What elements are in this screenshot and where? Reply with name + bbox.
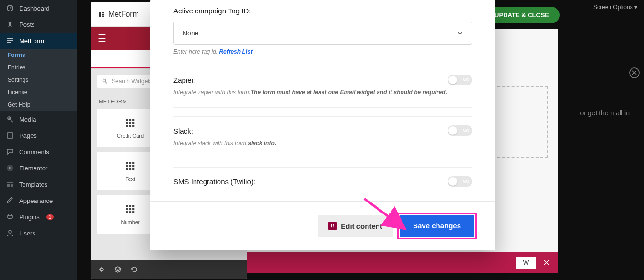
sidebar-item-dashboard[interactable]: Dashboard <box>0 0 77 16</box>
widget-label: Number <box>121 219 139 225</box>
plugin-icon <box>6 213 14 221</box>
sidebar-subitem-forms[interactable]: Forms <box>0 49 77 61</box>
svg-rect-51 <box>333 225 334 226</box>
toggle-knob <box>448 76 457 84</box>
grid-icon <box>125 204 136 214</box>
svg-rect-12 <box>7 184 10 187</box>
svg-rect-41 <box>126 208 128 210</box>
sidebar-item-plugins[interactable]: Plugins 1 <box>0 209 77 225</box>
svg-rect-10 <box>10 169 12 170</box>
bottom-btn[interactable]: W <box>516 257 536 269</box>
sidebar-item-label: Plugins <box>19 213 40 221</box>
svg-rect-52 <box>333 227 334 228</box>
zapier-desc: Integrate zapier with this form.The form… <box>173 89 472 102</box>
svg-rect-39 <box>129 205 131 207</box>
slack-toggle[interactable]: NO <box>448 125 472 136</box>
sidebar-item-label: Dashboard <box>19 5 50 12</box>
zapier-desc-b: The form must have at least one Email wi… <box>251 89 447 96</box>
svg-rect-3 <box>7 42 11 43</box>
svg-rect-9 <box>10 168 12 168</box>
layers-icon[interactable] <box>114 266 122 273</box>
svg-rect-45 <box>129 211 131 213</box>
tag-id-select[interactable]: None <box>173 22 472 45</box>
close-icon[interactable]: ✕ <box>543 258 550 268</box>
screen-options-link[interactable]: Screen Options ▾ <box>593 4 637 11</box>
sidebar-subitem-entries[interactable]: Entries <box>0 61 77 74</box>
sidebar-item-label: Users <box>19 230 35 237</box>
elementor-footer <box>91 260 247 279</box>
svg-rect-38 <box>126 205 128 207</box>
svg-point-14 <box>9 230 12 233</box>
brush-icon <box>6 196 14 205</box>
svg-rect-35 <box>126 168 128 170</box>
zapier-desc-a: Integrate zapier with this form. <box>173 89 251 96</box>
grid-icon <box>125 161 136 171</box>
select-value: None <box>183 29 198 37</box>
svg-rect-7 <box>9 167 10 169</box>
svg-rect-46 <box>132 211 134 213</box>
page-icon <box>6 131 14 140</box>
sidebar-item-posts[interactable]: Posts <box>0 16 77 33</box>
sidebar-item-label: Appearance <box>19 197 53 204</box>
metform-icon <box>6 36 14 45</box>
sidebar-item-label: Media <box>19 116 36 123</box>
pin-icon <box>6 20 14 29</box>
sidebar-subitem-license[interactable]: License <box>0 86 77 99</box>
sidebar-item-media[interactable]: Media <box>0 111 77 127</box>
svg-rect-30 <box>129 162 131 164</box>
elementor-icon <box>6 164 14 172</box>
comment-icon <box>6 147 14 156</box>
dashboard-icon <box>6 4 14 12</box>
sidebar-item-pages[interactable]: Pages <box>0 127 77 144</box>
svg-rect-5 <box>8 133 12 138</box>
close-x-icon[interactable] <box>629 67 640 78</box>
svg-rect-17 <box>102 13 104 15</box>
sidebar-item-metform[interactable]: MetForm <box>0 33 77 49</box>
history-icon[interactable] <box>130 266 138 273</box>
sms-toggle[interactable]: NO <box>448 176 472 187</box>
svg-rect-29 <box>126 162 128 164</box>
sidebar-item-label: Elementor <box>19 165 47 172</box>
toggle-no-label: NO <box>463 179 470 184</box>
save-changes-button[interactable]: Save changes <box>400 215 474 237</box>
svg-rect-49 <box>331 224 332 227</box>
sidebar-subitem-settings[interactable]: Settings <box>0 74 77 86</box>
sidebar-item-appearance[interactable]: Appearance <box>0 192 77 209</box>
svg-rect-8 <box>10 167 12 168</box>
sidebar-item-users[interactable]: Users <box>0 225 77 241</box>
svg-rect-1 <box>7 38 13 39</box>
svg-rect-21 <box>129 119 131 121</box>
canvas-hint: or get them all in <box>580 109 630 117</box>
zapier-toggle[interactable]: NO <box>448 75 472 85</box>
toggle-no-label: NO <box>463 78 470 82</box>
sidebar-item-label: Posts <box>19 21 35 28</box>
sidebar-subitem-gethelp[interactable]: Get Help <box>0 99 77 111</box>
svg-rect-13 <box>11 184 13 187</box>
svg-rect-40 <box>132 205 134 207</box>
edit-content-button[interactable]: Edit content <box>318 215 393 237</box>
svg-rect-18 <box>102 15 104 17</box>
svg-point-47 <box>100 268 103 271</box>
svg-rect-32 <box>126 165 128 167</box>
divider <box>173 107 472 108</box>
elementor-logo: MetForm <box>98 10 139 19</box>
elementor-mini-icon <box>328 222 337 230</box>
svg-rect-20 <box>126 119 128 121</box>
svg-rect-43 <box>132 208 134 210</box>
toggle-knob <box>448 177 457 186</box>
modal-footer: Edit content Save changes <box>150 201 495 250</box>
sidebar-item-elementor[interactable]: Elementor <box>0 160 77 176</box>
users-icon <box>6 229 14 237</box>
svg-rect-50 <box>333 224 334 225</box>
bottom-bar: W ✕ <box>247 252 558 273</box>
wp-admin-sidebar: Dashboard Posts MetForm Forms Entries Se… <box>0 0 77 280</box>
media-icon <box>6 115 14 123</box>
hamburger-icon[interactable]: ☰ <box>98 33 106 44</box>
refresh-list-link[interactable]: Refresh List <box>219 48 252 55</box>
gear-icon[interactable] <box>98 266 105 273</box>
sidebar-item-templates[interactable]: Templates <box>0 176 77 192</box>
widget-label: Credit Card <box>117 133 144 139</box>
svg-rect-24 <box>129 122 131 124</box>
sidebar-item-comments[interactable]: Comments <box>0 144 77 160</box>
svg-rect-11 <box>7 182 13 183</box>
